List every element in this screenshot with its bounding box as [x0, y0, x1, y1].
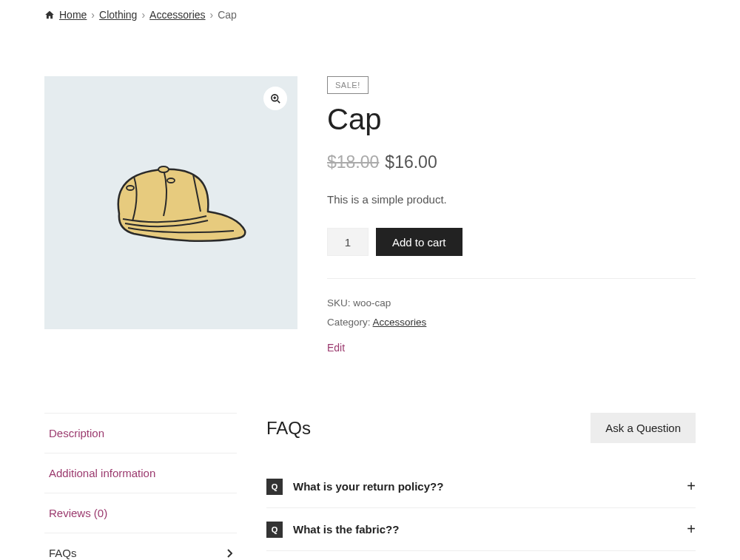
plus-icon: +: [687, 478, 696, 495]
cap-illustration: [90, 151, 252, 254]
breadcrumb-home[interactable]: Home: [59, 9, 87, 21]
breadcrumb-separator: ›: [91, 9, 95, 21]
zoom-icon[interactable]: [263, 87, 287, 110]
breadcrumb-separator: ›: [141, 9, 145, 21]
product-summary: SALE! Cap $18.00$16.00 This is a simple …: [327, 76, 696, 354]
q-badge-icon: Q: [266, 479, 283, 495]
category-link[interactable]: Accessories: [373, 317, 427, 328]
faq-question-text: What is the fabric??: [293, 523, 676, 536]
old-price: $18.00: [327, 152, 379, 172]
tab-additional-info[interactable]: Additional information: [44, 453, 237, 493]
product-price: $18.00$16.00: [327, 152, 696, 172]
q-badge-icon: Q: [266, 522, 283, 538]
svg-line-4: [278, 101, 280, 103]
chevron-right-icon: [226, 549, 232, 558]
sku-row: SKU: woo-cap: [327, 294, 696, 313]
tab-faqs[interactable]: FAQs: [44, 533, 237, 560]
quantity-input[interactable]: [327, 228, 369, 256]
new-price: $16.00: [385, 152, 437, 172]
faq-item[interactable]: Q What is the fabric?? +: [266, 508, 696, 551]
faq-panel: FAQs Ask a Question Q What is your retur…: [266, 413, 696, 551]
breadcrumb-accessories[interactable]: Accessories: [149, 9, 205, 21]
category-row: Category: Accessories: [327, 313, 696, 332]
edit-link[interactable]: Edit: [327, 342, 696, 354]
svg-point-2: [158, 166, 169, 172]
ask-question-button[interactable]: Ask a Question: [591, 413, 696, 443]
breadcrumb-clothing[interactable]: Clothing: [99, 9, 137, 21]
breadcrumb-separator: ›: [210, 9, 214, 21]
faq-item[interactable]: Q What is your return policy?? +: [266, 465, 696, 508]
faq-heading: FAQs: [266, 418, 311, 439]
add-to-cart-button[interactable]: Add to cart: [376, 228, 462, 256]
breadcrumb-current: Cap: [218, 9, 237, 21]
home-icon: [44, 10, 55, 20]
product-image[interactable]: [44, 76, 297, 329]
breadcrumb: Home › Clothing › Accessories › Cap: [44, 9, 696, 21]
product-tabs: Description Additional information Revie…: [44, 413, 237, 560]
faq-question-text: What is your return policy??: [293, 480, 676, 493]
tab-reviews[interactable]: Reviews (0): [44, 493, 237, 533]
tab-description[interactable]: Description: [44, 413, 237, 453]
sku-value: woo-cap: [353, 297, 391, 308]
plus-icon: +: [687, 521, 696, 538]
product-title: Cap: [327, 103, 696, 136]
short-description: This is a simple product.: [327, 193, 696, 206]
sale-badge: SALE!: [327, 76, 369, 94]
